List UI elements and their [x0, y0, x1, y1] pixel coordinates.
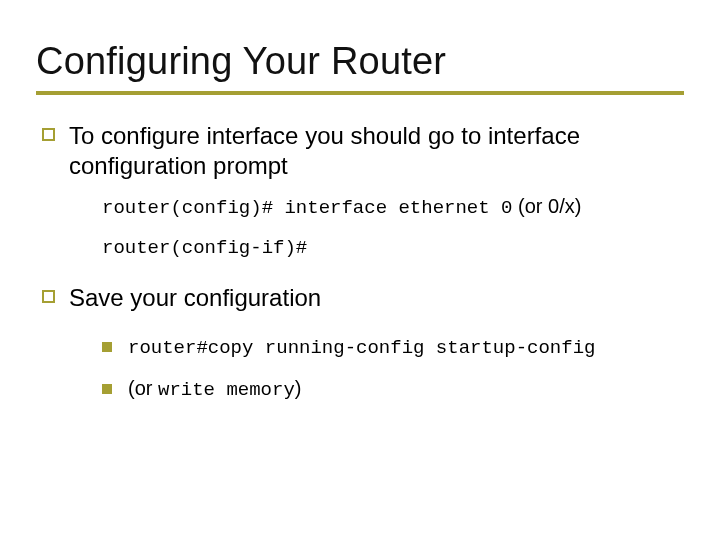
- hollow-square-icon: [42, 290, 55, 303]
- sub-bullet-1: router#copy running-config startup-confi…: [102, 335, 684, 359]
- code-text: write memory: [158, 379, 295, 401]
- slide-body: To configure interface you should go to …: [42, 121, 684, 401]
- filled-square-icon: [102, 342, 112, 352]
- bullet-text: To configure interface you should go to …: [69, 121, 684, 181]
- slide: Configuring Your Router To configure int…: [0, 0, 720, 540]
- filled-square-icon: [102, 384, 112, 394]
- title-underline: [36, 91, 684, 95]
- code-line-2: router(config-if)#: [102, 235, 684, 259]
- code-text: router#copy running-config startup-confi…: [128, 337, 595, 359]
- code-suffix: (or 0/x): [512, 195, 581, 217]
- code-line-1: router(config)# interface ethernet 0 (or…: [102, 195, 684, 219]
- sub-bullet-text: (or write memory): [128, 377, 302, 401]
- slide-title: Configuring Your Router: [36, 40, 684, 83]
- text-suffix: ): [295, 377, 302, 399]
- sub-bullet-text: router#copy running-config startup-confi…: [128, 335, 595, 359]
- bullet-item-1: To configure interface you should go to …: [42, 121, 684, 181]
- hollow-square-icon: [42, 128, 55, 141]
- code-text: router(config-if)#: [102, 237, 307, 259]
- sub-bullet-2: (or write memory): [102, 377, 684, 401]
- code-block: router(config)# interface ethernet 0 (or…: [102, 195, 684, 259]
- code-text: router(config)# interface ethernet 0: [102, 197, 512, 219]
- bullet-text: Save your configuration: [69, 283, 321, 313]
- text-prefix: (or: [128, 377, 158, 399]
- bullet-item-2: Save your configuration: [42, 283, 684, 313]
